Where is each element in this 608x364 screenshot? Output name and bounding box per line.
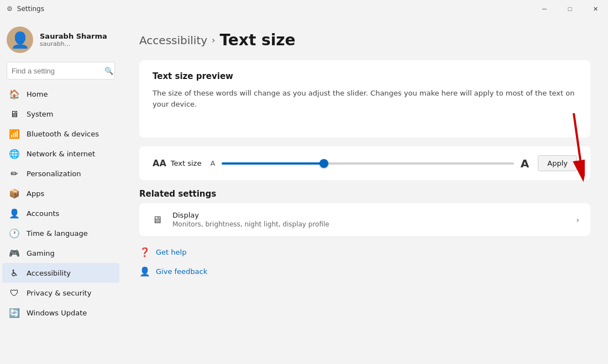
nav-label-home: Home bbox=[27, 90, 48, 98]
nav-label-windows-update: Windows Update bbox=[27, 309, 87, 317]
system-icon: 🖥 bbox=[9, 108, 20, 119]
user-profile[interactable]: 👤 Saurabh Sharma saurabh... bbox=[0, 18, 122, 60]
windows-update-icon: 🔄 bbox=[9, 307, 20, 318]
content-area: Accessibility › Text size Text size prev… bbox=[122, 18, 608, 364]
breadcrumb: Accessibility › Text size bbox=[139, 31, 590, 49]
user-info: Saurabh Sharma saurabh... bbox=[40, 32, 107, 48]
breadcrumb-current: Text size bbox=[219, 31, 295, 49]
nav-item-system[interactable]: 🖥 System bbox=[2, 104, 119, 124]
title-bar-title: Settings bbox=[17, 5, 44, 13]
nav-label-system: System bbox=[27, 110, 53, 118]
text-size-label: Text size bbox=[171, 159, 202, 167]
slider-small-a: A bbox=[210, 159, 215, 167]
personalization-icon: ✏️ bbox=[9, 168, 20, 179]
avatar: 👤 bbox=[7, 27, 33, 53]
nav-item-privacy[interactable]: 🛡 Privacy & security bbox=[2, 283, 119, 303]
nav-item-bluetooth[interactable]: 📶 Bluetooth & devices bbox=[2, 124, 119, 144]
links-section: ❓ Get help 👤 Give feedback bbox=[139, 245, 590, 279]
display-chevron-icon: › bbox=[576, 215, 579, 224]
gaming-icon: 🎮 bbox=[9, 247, 20, 259]
nav-label-time: Time & language bbox=[27, 229, 88, 238]
nav-item-windows-update[interactable]: 🔄 Windows Update bbox=[2, 303, 119, 323]
maximize-button[interactable]: □ bbox=[557, 0, 583, 18]
give-feedback-icon: 👤 bbox=[139, 266, 150, 277]
give-feedback-link[interactable]: 👤 Give feedback bbox=[139, 264, 590, 279]
title-bar-controls: ─ □ ✕ bbox=[532, 0, 608, 18]
time-icon: 🕐 bbox=[9, 228, 20, 239]
accounts-icon: 👤 bbox=[9, 208, 20, 219]
bluetooth-icon: 📶 bbox=[9, 128, 20, 139]
display-description: Monitors, brightness, night light, displ… bbox=[172, 220, 567, 228]
privacy-icon: 🛡 bbox=[9, 287, 20, 298]
nav-item-gaming[interactable]: 🎮 Gaming bbox=[2, 243, 119, 263]
display-title: Display bbox=[172, 211, 567, 219]
get-help-label: Get help bbox=[156, 248, 186, 256]
nav-item-accounts[interactable]: 👤 Accounts bbox=[2, 203, 119, 223]
breadcrumb-parent: Accessibility bbox=[139, 34, 207, 47]
nav-item-home[interactable]: 🏠 Home bbox=[2, 84, 119, 104]
text-size-row: AA Text size A A Apply bbox=[139, 146, 590, 180]
text-size-label-group: AA Text size bbox=[153, 158, 201, 168]
search-input[interactable] bbox=[12, 67, 104, 75]
slider-container: A A bbox=[210, 157, 529, 170]
give-feedback-label: Give feedback bbox=[156, 267, 207, 276]
breadcrumb-separator: › bbox=[212, 35, 215, 45]
title-bar: ⚙ Settings ─ □ ✕ bbox=[0, 0, 608, 18]
nav-label-gaming: Gaming bbox=[27, 249, 55, 257]
close-button[interactable]: ✕ bbox=[583, 0, 608, 18]
display-text: Display Monitors, brightness, night ligh… bbox=[172, 211, 567, 228]
nav-label-apps: Apps bbox=[27, 189, 44, 198]
nav-item-time[interactable]: 🕐 Time & language bbox=[2, 223, 119, 243]
home-icon: 🏠 bbox=[9, 88, 20, 99]
accessibility-icon: ♿ bbox=[9, 267, 20, 278]
related-settings-section: Related settings 🖥 Display Monitors, bri… bbox=[139, 189, 590, 236]
nav-label-bluetooth: Bluetooth & devices bbox=[27, 130, 99, 138]
nav-label-personalization: Personalization bbox=[27, 170, 81, 178]
app-body: 👤 Saurabh Sharma saurabh... 🔍 🏠 Home 🖥 S… bbox=[0, 18, 608, 364]
preview-title: Text size preview bbox=[153, 71, 577, 81]
nav-label-accounts: Accounts bbox=[27, 209, 59, 218]
search-icon: 🔍 bbox=[104, 67, 113, 75]
network-icon: 🌐 bbox=[9, 148, 20, 159]
get-help-link[interactable]: ❓ Get help bbox=[139, 245, 590, 260]
slider-thumb bbox=[319, 159, 328, 168]
nav-item-network[interactable]: 🌐 Network & internet bbox=[2, 144, 119, 163]
slider-large-a: A bbox=[521, 157, 529, 170]
nav-label-network: Network & internet bbox=[27, 150, 95, 158]
minimize-button[interactable]: ─ bbox=[532, 0, 557, 18]
sidebar: 👤 Saurabh Sharma saurabh... 🔍 🏠 Home 🖥 S… bbox=[0, 18, 122, 364]
slider-fill bbox=[222, 162, 324, 165]
text-size-section: AA Text size A A Apply bbox=[139, 146, 590, 180]
nav-label-privacy: Privacy & security bbox=[27, 289, 91, 297]
title-bar-left: ⚙ Settings bbox=[7, 5, 44, 13]
related-settings-label: Related settings bbox=[139, 189, 590, 199]
nav-item-personalization[interactable]: ✏️ Personalization bbox=[2, 163, 119, 183]
user-name: Saurabh Sharma bbox=[40, 32, 107, 40]
preview-description: The size of these words will change as y… bbox=[153, 88, 577, 109]
apps-icon: 📦 bbox=[9, 188, 20, 199]
search-box[interactable]: 🔍 bbox=[7, 62, 115, 80]
display-settings-item[interactable]: 🖥 Display Monitors, brightness, night li… bbox=[139, 203, 590, 236]
apply-button[interactable]: Apply bbox=[538, 155, 577, 171]
preview-card: Text size preview The size of these word… bbox=[139, 60, 590, 138]
nav-item-accessibility[interactable]: ♿ Accessibility bbox=[2, 263, 119, 283]
text-size-slider[interactable] bbox=[222, 162, 514, 165]
nav-label-accessibility: Accessibility bbox=[27, 269, 71, 277]
nav-item-apps[interactable]: 📦 Apps bbox=[2, 183, 119, 203]
get-help-icon: ❓ bbox=[139, 247, 150, 257]
aa-icon: AA bbox=[153, 158, 166, 168]
display-icon: 🖥 bbox=[150, 213, 164, 226]
user-email: saurabh... bbox=[40, 40, 107, 48]
